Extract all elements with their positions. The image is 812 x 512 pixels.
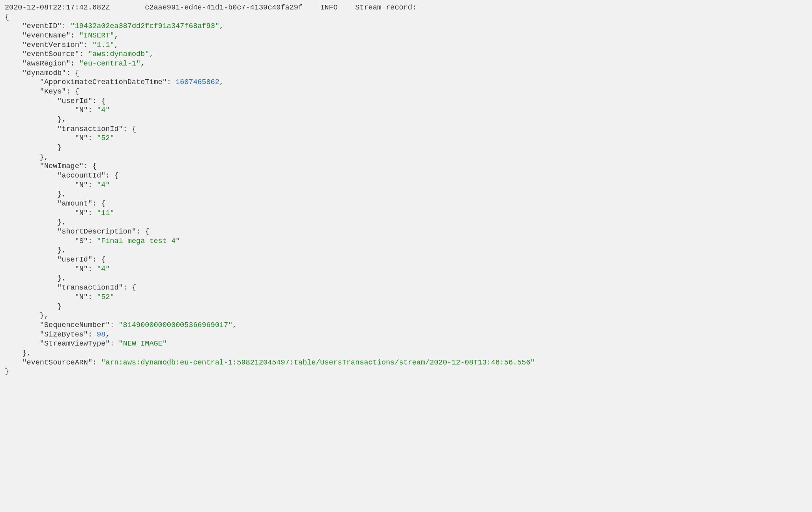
log-json-body: { "eventID": "19432a02ea387dd2fcf91a347f… [5, 13, 535, 376]
log-request-id: c2aae991-ed4e-41d1-b0c7-4139c40fa29f [145, 4, 303, 12]
log-output: 2020-12-08T22:17:42.682Z c2aae991-ed4e-4… [0, 0, 812, 392]
log-timestamp: 2020-12-08T22:17:42.682Z [5, 4, 110, 12]
log-level: INFO [320, 4, 337, 12]
log-message: Stream record: [355, 4, 416, 12]
log-header-line: 2020-12-08T22:17:42.682Z c2aae991-ed4e-4… [5, 4, 417, 12]
